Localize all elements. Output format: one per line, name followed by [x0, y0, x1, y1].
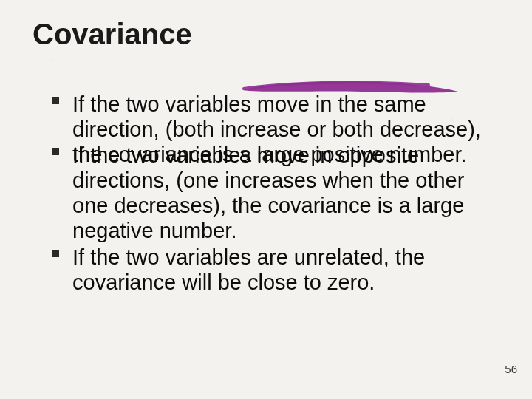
bullet-text: If the two variables are unrelated, the …: [72, 245, 425, 294]
bullet-item: If the two variables are unrelated, the …: [52, 245, 504, 295]
bullet-list: If the two variables move in the same di…: [52, 92, 504, 295]
bullet-text: If the two variables move in opposite di…: [72, 143, 464, 243]
bullet-marker-icon: [52, 148, 59, 155]
page-number: 56: [505, 363, 517, 375]
bullet-marker-icon: [52, 97, 59, 104]
bullet-marker-icon: [52, 250, 59, 257]
slide: Covariance If the two variables move in …: [0, 0, 532, 399]
slide-title: Covariance: [33, 18, 192, 51]
bullet-item: If the two variables move in opposite di…: [52, 143, 504, 244]
